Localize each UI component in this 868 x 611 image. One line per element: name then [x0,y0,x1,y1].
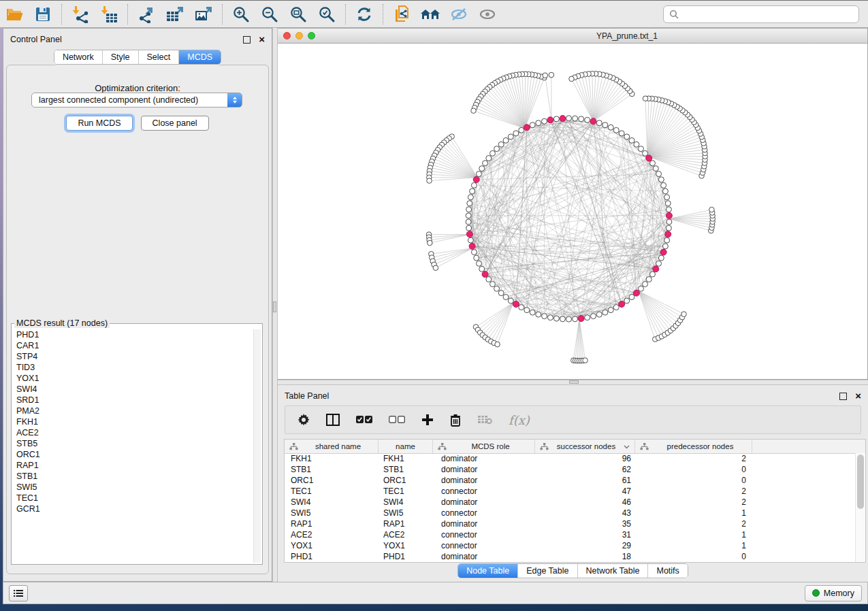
search-box[interactable] [663,5,859,23]
network-hub-node[interactable] [482,271,488,278]
select-all-icon[interactable] [356,416,372,424]
mcds-list-scrollbar[interactable] [253,329,261,563]
network-node[interactable] [643,150,648,156]
network-node[interactable] [536,120,541,126]
open-file-icon[interactable] [3,3,26,25]
delete-column-icon[interactable] [450,414,461,427]
network-hub-node[interactable] [560,116,566,122]
network-node[interactable] [664,195,670,200]
show-all-icon[interactable] [476,3,499,25]
zoom-in-icon[interactable] [229,3,253,25]
network-node[interactable] [666,219,672,225]
network-node[interactable] [585,117,590,122]
mcds-result-item[interactable]: STB1 [13,471,253,482]
network-node[interactable] [466,225,472,231]
network-node[interactable] [608,308,613,313]
network-node[interactable] [591,314,596,319]
network-node[interactable] [553,116,559,122]
splitter-grip[interactable] [569,380,579,384]
network-node[interactable] [524,308,530,313]
network-node[interactable] [503,295,509,300]
network-hub-node[interactable] [590,118,596,125]
network-node[interactable] [634,142,639,147]
tab-mcds[interactable]: MCDS [178,50,221,64]
network-node[interactable] [573,316,578,322]
network-node[interactable] [662,244,668,249]
network-node[interactable] [566,316,572,322]
network-node[interactable] [519,305,524,310]
network-node[interactable] [613,127,619,133]
column-header-MCDS-role[interactable]: MCDS role [433,440,535,453]
mcds-result-item[interactable]: GCR1 [13,503,253,514]
table-row[interactable]: YOX1YOX1connector291 [285,540,856,551]
add-column-icon[interactable] [421,414,434,426]
mcds-result-item[interactable]: FKH1 [13,416,253,427]
table-row[interactable]: SWI5SWI5connector431 [285,508,856,518]
run-mcds-button[interactable]: Run MCDS [66,116,132,131]
network-hub-node[interactable] [653,266,659,272]
scrollbar-thumb[interactable] [857,455,864,509]
import-table-icon[interactable] [97,3,120,25]
network-node[interactable] [585,315,590,320]
network-node[interactable] [479,166,485,171]
network-node[interactable] [629,137,634,143]
network-node[interactable] [624,134,630,139]
network-node[interactable] [549,72,554,78]
network-node[interactable] [643,282,648,287]
network-node[interactable] [530,122,535,128]
network-node[interactable] [530,310,535,315]
search-input[interactable] [683,9,858,20]
network-node[interactable] [471,182,477,188]
mcds-result-item[interactable]: CAR1 [13,340,253,351]
deselect-all-icon[interactable] [389,416,405,424]
network-node[interactable] [536,312,541,317]
network-node[interactable] [596,120,602,126]
network-node[interactable] [468,237,473,243]
network-node[interactable] [566,116,572,121]
network-node[interactable] [653,166,658,171]
close-panel-icon[interactable]: × [259,36,265,43]
horizontal-splitter[interactable] [278,380,868,385]
column-header-predecessor-nodes[interactable]: predecessor nodes [635,440,752,453]
mcds-result-item[interactable]: SWI4 [13,384,253,395]
network-node[interactable] [508,134,513,139]
network-node[interactable] [486,277,492,282]
tab-select[interactable]: Select [138,50,179,64]
network-node[interactable] [681,312,687,317]
network-node[interactable] [573,116,578,121]
network-node[interactable] [467,201,472,206]
close-panel-icon[interactable]: × [855,393,861,399]
zoom-selected-icon[interactable] [315,3,338,25]
network-node[interactable] [638,146,643,152]
network-node[interactable] [658,177,664,182]
network-hub-node[interactable] [466,231,472,237]
table-row[interactable]: SWI4SWI4dominator462 [285,497,856,508]
network-node[interactable] [613,305,619,310]
network-node[interactable] [656,261,662,266]
network-node[interactable] [602,310,608,315]
mcds-result-item[interactable]: STP4 [13,351,253,362]
first-neighbors-icon[interactable] [419,3,442,25]
network-hub-node[interactable] [666,212,672,218]
network-node[interactable] [624,298,630,303]
mcds-result-item[interactable]: SRD1 [13,395,253,406]
network-node[interactable] [542,314,547,319]
export-network-icon[interactable] [135,3,158,25]
mcds-result-item[interactable]: STB5 [13,438,253,449]
network-node[interactable] [661,182,666,188]
table-row[interactable]: TEC1TEC1connector472 [285,486,856,497]
network-node[interactable] [665,201,671,206]
network-node[interactable] [583,358,588,363]
network-node[interactable] [466,219,471,225]
mcds-result-item[interactable]: ACE2 [13,427,253,438]
duplicate-network-icon[interactable] [390,3,413,25]
optimization-criterion-select[interactable]: largest connected component (undirected) [31,93,242,108]
network-hub-node[interactable] [473,176,479,182]
network-node[interactable] [503,137,509,143]
network-node[interactable] [560,316,565,322]
network-hub-node[interactable] [547,117,553,123]
table-row[interactable]: PHD1PHD1dominator180 [285,551,856,562]
mcds-result-item[interactable]: PMA2 [13,406,253,416]
network-node[interactable] [476,261,481,266]
network-node[interactable] [662,188,668,194]
